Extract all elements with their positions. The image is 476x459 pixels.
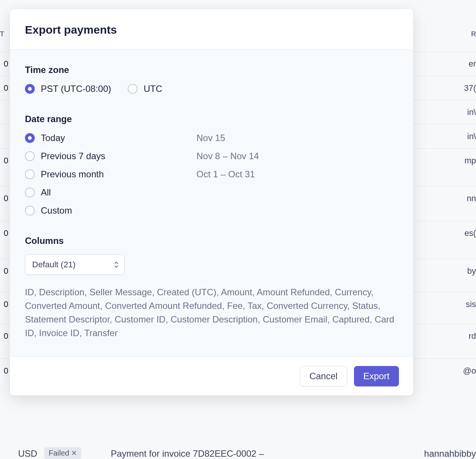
close-icon (71, 449, 77, 457)
date-range-option-prevmonth[interactable]: Previous month (25, 169, 196, 180)
export-payments-modal: Export payments Time zone PST (UTC-08:00… (10, 9, 413, 395)
radio-label: Previous 7 days (41, 151, 105, 161)
radio-icon (25, 151, 35, 161)
bg-cell-right: by (467, 266, 476, 276)
timezone-option-utc[interactable]: UTC (128, 84, 162, 94)
date-range-option-custom[interactable]: Custom (25, 205, 196, 216)
radio-icon (25, 169, 35, 179)
radio-label: Previous month (41, 169, 104, 180)
radio-icon (25, 188, 35, 197)
radio-label: Custom (41, 205, 72, 216)
bg-cell-left: 0 (0, 228, 8, 238)
timezone-section: Time zone PST (UTC-08:00) UTC (25, 65, 398, 94)
bg-badge-label: Failed (49, 449, 69, 457)
bg-cell-right: nn (467, 194, 476, 203)
bg-cell-left: 0 (0, 83, 8, 93)
modal-footer: Cancel Export (10, 357, 413, 395)
modal-header: Export payments (10, 9, 413, 50)
date-range-value: Nov 8 – Nov 14 (196, 151, 398, 161)
modal-title: Export payments (25, 23, 398, 36)
bg-cell-left: 0 (0, 299, 8, 309)
date-range-section: Date range Today Nov 15 Previous 7 days … (25, 114, 398, 216)
radio-label: All (41, 187, 51, 198)
bg-cell-right: sis (466, 299, 476, 309)
bg-cell-left: 0 (0, 156, 8, 166)
bg-bottom-right: hannahbibby (424, 448, 476, 459)
export-button[interactable]: Export (354, 366, 399, 386)
bg-cell-left: 0 (0, 266, 8, 276)
bg-col-header-left: T (0, 30, 4, 38)
radio-icon (25, 206, 35, 216)
date-range-option-all[interactable]: All (25, 187, 196, 198)
columns-select-value: Default (21) (25, 254, 125, 275)
bg-col-header-right: R (471, 30, 476, 38)
bg-cell-left: 0 (0, 366, 8, 376)
timezone-label: Time zone (25, 65, 398, 75)
date-range-value: Oct 1 – Oct 31 (196, 169, 398, 180)
columns-description: ID, Description, Seller Message, Created… (25, 285, 398, 340)
radio-label: UTC (144, 84, 162, 94)
bg-cell-right: @o (463, 366, 476, 376)
timezone-options: PST (UTC-08:00) UTC (25, 84, 398, 94)
bg-cell-right: in\ (467, 107, 476, 117)
radio-label: PST (UTC-08:00) (41, 84, 111, 94)
columns-label: Columns (25, 236, 398, 246)
bg-desc: Payment for invoice 7D82EEC-0002 – (111, 448, 264, 459)
columns-select[interactable]: Default (21) (25, 254, 125, 275)
cancel-button[interactable]: Cancel (300, 366, 347, 386)
bg-cell-right: mp (464, 156, 476, 166)
bg-bottom-row: USD Failed Payment for invoice 7D82EEC-0… (0, 438, 476, 459)
bg-cell-right: 37( (464, 83, 476, 93)
bg-cell-left: 0 (0, 194, 8, 203)
date-range-label: Date range (25, 114, 398, 124)
radio-icon (128, 84, 138, 94)
timezone-option-pst[interactable]: PST (UTC-08:00) (25, 84, 111, 94)
columns-section: Columns Default (21) ID, Description, Se… (25, 236, 398, 340)
date-range-option-today[interactable]: Today (25, 133, 196, 143)
radio-label: Today (41, 133, 65, 143)
bg-cell-left: 0 (0, 331, 8, 341)
bg-currency: USD (18, 448, 37, 459)
date-range-value: Nov 15 (196, 133, 398, 143)
radio-icon (25, 84, 35, 94)
status-badge: Failed (44, 447, 81, 459)
date-range-options: Today Nov 15 Previous 7 days Nov 8 – Nov… (25, 133, 398, 216)
bg-cell-right: er (468, 59, 476, 69)
bg-cell-right: in\ (467, 132, 476, 141)
bg-cell-right: rd (468, 331, 476, 341)
modal-body: Time zone PST (UTC-08:00) UTC Date range… (10, 50, 413, 357)
bg-cell-left: 0 (0, 59, 8, 69)
date-range-option-prev7[interactable]: Previous 7 days (25, 151, 196, 161)
radio-icon (25, 133, 35, 143)
bg-cell-right: es( (464, 228, 476, 238)
